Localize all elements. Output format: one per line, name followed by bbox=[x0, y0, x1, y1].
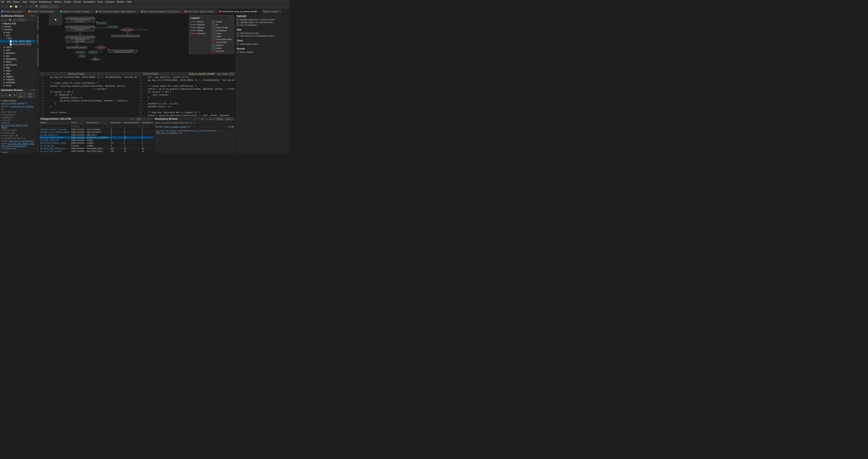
tree-item-include[interactable]: ▶ include bbox=[0, 25, 36, 28]
entity-link[interactable]: remotep_w_ern_enable_conflict bbox=[40, 131, 69, 133]
dep-browser-minimize[interactable]: − bbox=[204, 118, 206, 120]
dep-browser-maximize[interactable]: □ bbox=[207, 118, 209, 120]
tree-item-filters[interactable]: ▶ filters bbox=[0, 60, 36, 63]
menu-search[interactable]: Search bbox=[13, 1, 20, 3]
col-removed-lines[interactable]: Removed Lines ≡ bbox=[123, 121, 141, 124]
code-diff-nav-back[interactable]: ◁ bbox=[216, 73, 218, 75]
filter-kind[interactable] bbox=[70, 124, 86, 128]
arch-nav-back[interactable]: ◁ bbox=[1, 19, 4, 22]
tree-item-loggers[interactable]: ▶ loggers bbox=[0, 75, 36, 78]
toolbar-undo[interactable]: ↩ bbox=[25, 5, 28, 8]
highlight-out-edges[interactable]: Highlight Edges Out of Selected Nodes bbox=[237, 18, 288, 21]
toolbar-open[interactable]: 📂 bbox=[9, 5, 13, 8]
code-diff-nav-forward[interactable]: ▶ bbox=[218, 73, 220, 75]
tree-item-httpd[interactable]: ▼ httpd-2.4.43 bbox=[0, 22, 36, 25]
info-defines-link[interactable]: mod_proxy_w_stunnel.c(11) bbox=[8, 140, 34, 142]
dep-browser-reuse[interactable]: Reuse bbox=[216, 117, 224, 121]
tree-item-dev[interactable]: ▶ dev bbox=[0, 55, 36, 57]
tab-uml2[interactable]: UML Sequence Diagram: uml_set_user × bbox=[140, 9, 183, 14]
changed-entities-table-container[interactable]: Entity ≡ Kind ≡ Declared In ≡ New Lines … bbox=[39, 121, 153, 153]
tab-depends[interactable]: Depends On: cache_storage.c × bbox=[59, 9, 94, 14]
col-kind[interactable]: Kind ≡ bbox=[70, 121, 86, 124]
tab-close-depends[interactable]: × bbox=[91, 10, 92, 13]
tab-cf-stream[interactable]: Control Flow: stream_reqlody × bbox=[183, 9, 218, 14]
entity-link[interactable]: ap_proxy_http_process_res bbox=[40, 147, 65, 149]
global-search[interactable] bbox=[40, 5, 58, 8]
tab-close-variant[interactable]: × bbox=[279, 10, 281, 13]
tab-cf-proxy[interactable]: Control Flow: proxy_w_stunnel_handler × bbox=[218, 9, 261, 14]
changed-entities-maximize[interactable]: □ bbox=[148, 118, 150, 120]
info-browser-minimize[interactable]: − bbox=[29, 89, 31, 91]
dep-link-func[interactable]: ap_proxy_http_register_hook bbox=[156, 130, 182, 132]
highlight-clear[interactable]: Clear All Highlights bbox=[237, 24, 288, 26]
menu-tools[interactable]: Tools bbox=[97, 1, 103, 3]
hide-no-highlight[interactable]: Hide Nodes w/o Hlt Highlighted Edges bbox=[237, 35, 288, 37]
info-nav-back[interactable]: ◁ bbox=[1, 94, 4, 97]
arch-nav-forward[interactable]: ▷ bbox=[4, 19, 8, 22]
filter-declared-input[interactable] bbox=[87, 125, 108, 128]
menu-project[interactable]: Project bbox=[30, 1, 37, 3]
filter-changed-lines[interactable] bbox=[141, 124, 153, 128]
hide-selected[interactable]: Hide Selected Nodes bbox=[237, 32, 288, 35]
arch-browser-minimize[interactable]: − bbox=[29, 15, 31, 17]
dep-browser-dropdown[interactable]: ▼ bbox=[193, 122, 195, 124]
tree-item-ldap[interactable]: ▶ ldap bbox=[0, 72, 36, 75]
table-row[interactable]: ap_set_file_slot Function config.c 0 2 2… bbox=[39, 144, 153, 147]
dep-browser-close[interactable]: × bbox=[232, 118, 234, 120]
tree-item-unix[interactable]: ▼ unix bbox=[0, 37, 36, 40]
table-row[interactable]: remotep_w_ern_enable_conflict Static Fun… bbox=[39, 131, 153, 134]
show-hidden[interactable]: Show Hidden Nodes bbox=[237, 43, 288, 46]
toolbar-close[interactable]: ✕ bbox=[19, 5, 22, 8]
table-row[interactable]: ap_http_async_con Static Function http_c… bbox=[39, 134, 153, 136]
menu-file[interactable]: File bbox=[1, 1, 4, 3]
entity-link[interactable]: ap_set_file_slot bbox=[40, 145, 55, 147]
code-diff-sync[interactable]: Sync bbox=[228, 73, 235, 76]
toolbar-back[interactable]: ◁ bbox=[1, 5, 4, 8]
info-browser-close[interactable]: × bbox=[33, 89, 35, 91]
menu-architectures[interactable]: Architectures bbox=[39, 1, 52, 3]
tree-item-metadata[interactable]: ▶ metadata bbox=[0, 81, 36, 84]
toolbar-search[interactable]: 🔍 bbox=[35, 5, 39, 8]
tree-item-core[interactable]: ▶ core bbox=[0, 49, 36, 52]
toolbar-redo[interactable]: ↪ bbox=[29, 5, 32, 8]
tab-close-butterfly[interactable]: × bbox=[56, 10, 57, 13]
tree-item-mappers[interactable]: ▶ mappers bbox=[0, 78, 36, 81]
show-hidden-checkbox[interactable] bbox=[237, 43, 239, 45]
changed-entities-nav-forward[interactable]: ▷ bbox=[133, 118, 135, 120]
legend-close[interactable]: × bbox=[231, 17, 232, 19]
entity-link[interactable]: remotep_process_v2_header bbox=[40, 128, 67, 131]
dep-link-entity[interactable]: proxy_w_stunnel_handler bbox=[191, 130, 214, 132]
tree-item-debugging[interactable]: ▶ debugging bbox=[0, 57, 36, 60]
tree-item-database[interactable]: ▶ database bbox=[0, 52, 36, 55]
vtab-arch-browser[interactable]: Architecture Browser bbox=[36, 46, 39, 68]
arch-search[interactable]: 🔍 bbox=[8, 19, 12, 22]
tab-close-uml1[interactable]: × bbox=[137, 10, 138, 13]
info-nav-forward[interactable]: ▷ bbox=[4, 94, 8, 97]
menu-metrics[interactable]: Metrics bbox=[54, 1, 61, 3]
changed-entities-add[interactable]: + bbox=[143, 118, 145, 120]
entity-link[interactable]: ap_proxy_http_request bbox=[40, 150, 61, 152]
filter-entity[interactable] bbox=[39, 124, 70, 128]
table-row[interactable]: ap_proxy_http_process_res Static Functio… bbox=[39, 147, 153, 150]
changed-entities-minimize[interactable]: − bbox=[146, 118, 147, 120]
changed-entities-close[interactable]: × bbox=[151, 118, 153, 120]
toolbar-forward[interactable]: ▷ bbox=[5, 5, 8, 8]
info-called-by-link[interactable]: ap_proxy_http_register_hook: pointer bbox=[1, 124, 28, 128]
table-row[interactable]: ap_build_config_sub Static Function conf… bbox=[39, 139, 153, 142]
toolbar-save[interactable]: 💾 bbox=[14, 5, 18, 8]
hl-checkbox-in[interactable] bbox=[237, 21, 239, 24]
hl-checkbox-out[interactable] bbox=[237, 19, 239, 21]
menu-help[interactable]: Help bbox=[127, 1, 131, 3]
entity-link[interactable]: proxy_w_stunnel_handler bbox=[40, 136, 64, 139]
filter-removed-lines[interactable] bbox=[123, 124, 141, 128]
dep-browser-sync[interactable]: Sync bbox=[225, 117, 232, 121]
table-row[interactable]: ap_process_fnmatch_config Static Functio… bbox=[39, 142, 153, 144]
tab-include-mod-unixd[interactable]: Include: mod_unixd.c × bbox=[0, 9, 27, 14]
tab-close-uml2[interactable]: × bbox=[180, 10, 182, 13]
legend-minimize[interactable]: − bbox=[228, 17, 230, 19]
highlight-in-edges[interactable]: Highlight Edges Into Selected Nodes bbox=[237, 21, 288, 24]
menu-graphs[interactable]: Graphs bbox=[64, 1, 71, 3]
tab-close-include[interactable]: × bbox=[24, 10, 26, 13]
info-sync[interactable]: ⟳ Sync bbox=[17, 92, 25, 98]
arch-sync[interactable]: ⟳ Sync bbox=[17, 18, 26, 22]
